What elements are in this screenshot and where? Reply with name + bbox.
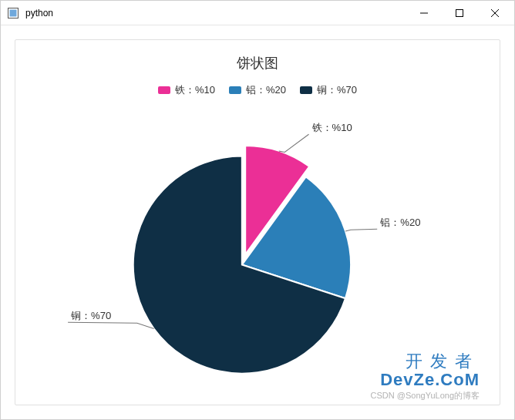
- slice-label: 铝：%20: [379, 217, 420, 228]
- maximize-icon: [456, 9, 463, 17]
- pie-chart: 铁：%10铝：%20铜：%70: [15, 109, 500, 405]
- close-button[interactable]: [477, 2, 513, 25]
- legend-item-copper[interactable]: 铜：%70: [300, 83, 357, 97]
- leader-line: [345, 229, 377, 231]
- minimize-icon: [420, 9, 428, 17]
- legend-swatch-icon: [229, 86, 241, 94]
- close-icon: [491, 9, 499, 17]
- legend-item-iron[interactable]: 铁：%10: [158, 83, 215, 97]
- legend-label: 铁：%10: [175, 83, 215, 97]
- chart-container: 饼状图 铁：%10 铝：%20 铜：%70 铁：%10铝：%20铜：%70: [15, 39, 500, 405]
- leader-line: [279, 134, 309, 152]
- legend-swatch-icon: [158, 86, 170, 94]
- window-title: python: [25, 8, 53, 18]
- chart-title: 饼状图: [15, 54, 500, 72]
- legend-label: 铝：%20: [246, 83, 286, 97]
- legend-label: 铜：%70: [317, 83, 357, 97]
- legend-swatch-icon: [300, 86, 312, 94]
- leader-line: [68, 322, 154, 328]
- chart-legend: 铁：%10 铝：%20 铜：%70: [15, 83, 500, 97]
- minimize-button[interactable]: [406, 2, 442, 25]
- slice-label: 铜：%70: [70, 310, 111, 321]
- svg-rect-3: [456, 9, 463, 16]
- legend-item-aluminum[interactable]: 铝：%20: [229, 83, 286, 97]
- pie-svg: 铁：%10铝：%20铜：%70: [15, 109, 500, 405]
- window-content: 饼状图 铁：%10 铝：%20 铜：%70 铁：%10铝：%20铜：%70: [1, 25, 514, 419]
- svg-rect-1: [10, 9, 17, 16]
- maximize-button[interactable]: [442, 2, 477, 25]
- slice-label: 铁：%10: [311, 122, 352, 133]
- app-icon: [7, 7, 19, 19]
- titlebar: python: [1, 1, 514, 25]
- app-window: python 饼状图 铁：%10: [0, 0, 515, 420]
